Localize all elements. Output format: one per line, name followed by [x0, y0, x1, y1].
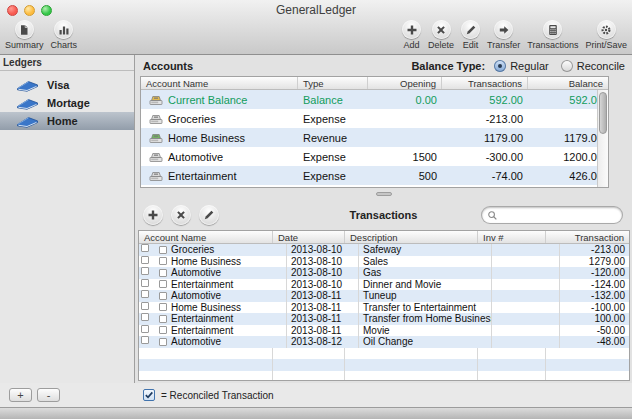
transaction-checkbox[interactable]	[141, 290, 149, 298]
toolbar-button-transfer[interactable]: Transfer	[485, 20, 522, 50]
transaction-checkbox[interactable]	[141, 256, 149, 264]
remove-ledger-button[interactable]: -	[37, 388, 60, 402]
panel-splitter[interactable]	[135, 188, 632, 200]
date-cell	[273, 371, 345, 381]
amount-cell: -120.00	[560, 267, 629, 279]
transaction-checkbox[interactable]	[141, 302, 149, 310]
add-ledger-button[interactable]: +	[9, 388, 32, 402]
transactions-table: Account NameDateDescriptionInv #Transact…	[138, 230, 630, 381]
transactions-column-header[interactable]: Transaction	[546, 231, 629, 243]
transaction-checkbox[interactable]	[141, 267, 149, 275]
transaction-checkbox[interactable]	[141, 325, 149, 333]
transactions-column-header[interactable]: Account Name	[139, 231, 273, 243]
account-row[interactable]: Current BalanceBalance0.00592.00592.00	[141, 90, 608, 109]
accounts-column-header[interactable]: Transactions	[442, 77, 528, 89]
transactions-column-header[interactable]: Date	[273, 231, 345, 243]
toolbar-button-label: Summary	[5, 40, 44, 50]
toolbar-button-print-save[interactable]: Print/Save	[583, 20, 629, 50]
transaction-row[interactable]: Home Business2013-08-11Transfer to Enter…	[139, 302, 629, 314]
zoom-window-button[interactable]	[41, 5, 52, 16]
transaction-row[interactable]: Entertainment2013-08-10Dinner and Movie-…	[139, 279, 629, 291]
description-cell	[345, 359, 478, 371]
splitter-grip-icon[interactable]	[376, 192, 392, 196]
transaction-row[interactable]: Automotive2013-08-12Oil Change-48.00	[139, 336, 629, 348]
search-input[interactable]	[501, 209, 617, 222]
transactions-toolbar: Transactions	[135, 200, 632, 230]
accounts-column-header[interactable]: Type	[298, 77, 368, 89]
calculator-icon	[547, 24, 559, 36]
transaction-row[interactable]: Automotive2013-08-10Gas-120.00	[139, 267, 629, 279]
minimize-window-button[interactable]	[24, 5, 35, 16]
accounts-table-body: Current BalanceBalance0.00592.00592.00Gr…	[141, 90, 608, 185]
account-cell	[139, 359, 273, 371]
transaction-row[interactable]: Home Business2013-08-10Sales1279.00	[139, 256, 629, 268]
transactions-buttons	[143, 205, 219, 225]
amount-cell: -50.00	[560, 325, 629, 337]
transaction-checkbox[interactable]	[159, 303, 167, 311]
transaction-checkbox[interactable]	[141, 244, 149, 252]
sidebar-item-label: Home	[47, 115, 78, 127]
transaction-checkbox[interactable]	[159, 269, 167, 277]
transactions-column-header[interactable]: Description	[345, 231, 478, 243]
account-register-icon	[148, 93, 164, 106]
transaction-checkbox[interactable]	[159, 257, 167, 265]
accounts-scrollbar-thumb[interactable]	[599, 92, 607, 134]
inv-cell	[492, 325, 560, 337]
account-row[interactable]: AutomotiveExpense1500-300.001200.00	[141, 147, 608, 166]
toolbar-button-summary[interactable]: Summary	[3, 20, 46, 50]
transaction-checkbox[interactable]	[141, 313, 149, 321]
inv-cell	[492, 302, 560, 314]
sidebar-item-mortage[interactable]: Mortage	[0, 94, 134, 112]
transaction-checkbox[interactable]	[159, 292, 167, 300]
name-cell: Current Balance	[141, 93, 298, 106]
radio-button[interactable]	[561, 60, 573, 72]
transaction-checkbox[interactable]	[159, 326, 167, 334]
reconciled-checkbox[interactable]	[143, 389, 155, 401]
toolbar-button-delete[interactable]: Delete	[426, 20, 456, 50]
sidebar-item-home[interactable]: Home	[0, 112, 134, 130]
transaction-checkbox[interactable]	[159, 246, 167, 254]
balance-type-option-regular[interactable]: Regular	[494, 60, 549, 72]
transaction-row[interactable]: Entertainment2013-08-11Movie-50.00	[139, 325, 629, 337]
close-window-button[interactable]	[7, 5, 18, 16]
amount-cell	[546, 371, 629, 381]
transaction-checkbox[interactable]	[159, 315, 167, 323]
description-cell	[345, 371, 478, 381]
transaction-checkbox[interactable]	[141, 336, 149, 344]
account-row[interactable]: Home BusinessRevenue1179.001179.00	[141, 128, 608, 147]
date-cell: 2013-08-10	[287, 244, 359, 256]
accounts-column-header[interactable]: Account Name	[141, 77, 298, 89]
toolbar-button-add[interactable]: Add	[400, 20, 423, 50]
radio-button-selected[interactable]	[494, 60, 506, 72]
accounts-column-header[interactable]: Balance	[528, 77, 608, 89]
transaction-row[interactable]: Entertainment2013-08-11Transfer from Hom…	[139, 313, 629, 325]
toolbar-button-edit[interactable]: Edit	[459, 20, 482, 50]
amount-cell: -124.00	[560, 279, 629, 291]
transactions-column-header[interactable]: Inv #	[478, 231, 546, 243]
toolbar-button-charts[interactable]: Charts	[49, 20, 80, 50]
transaction-row[interactable]: Groceries2013-08-10Safeway-213.00	[139, 244, 629, 256]
add-transaction-button[interactable]	[143, 205, 163, 225]
delete-transaction-button[interactable]	[171, 205, 191, 225]
account-cell: Home Business	[153, 256, 287, 268]
transaction-checkbox[interactable]	[159, 280, 167, 288]
description-cell: Transfer from Home Business	[359, 313, 492, 325]
edit-transaction-button[interactable]	[199, 205, 219, 225]
transactions-cell: -300.00	[442, 151, 528, 163]
account-row[interactable]: EntertainmentExpense500-74.00426.00	[141, 166, 608, 185]
accounts-scrollbar[interactable]	[597, 90, 608, 187]
toolbar-button-transactions[interactable]: Transactions	[525, 20, 580, 50]
account-row[interactable]: GroceriesExpense-213.000	[141, 109, 608, 128]
transaction-checkbox[interactable]	[141, 279, 149, 287]
transaction-row[interactable]: Automotive2013-08-11Tuneup-132.00	[139, 290, 629, 302]
balance-type-group: Balance Type: RegularReconcile	[411, 60, 625, 72]
sidebar-item-visa[interactable]: Visa	[0, 76, 134, 94]
window-bottom-edge	[0, 407, 632, 419]
balance-type-option-reconcile[interactable]: Reconcile	[561, 60, 625, 72]
transaction-checkbox[interactable]	[159, 338, 167, 346]
search-field[interactable]	[482, 207, 622, 223]
transaction-account-text: Groceries	[171, 244, 214, 255]
accounts-column-header[interactable]: Opening	[368, 77, 442, 89]
date-cell	[273, 359, 345, 371]
inv-cell	[492, 313, 560, 325]
